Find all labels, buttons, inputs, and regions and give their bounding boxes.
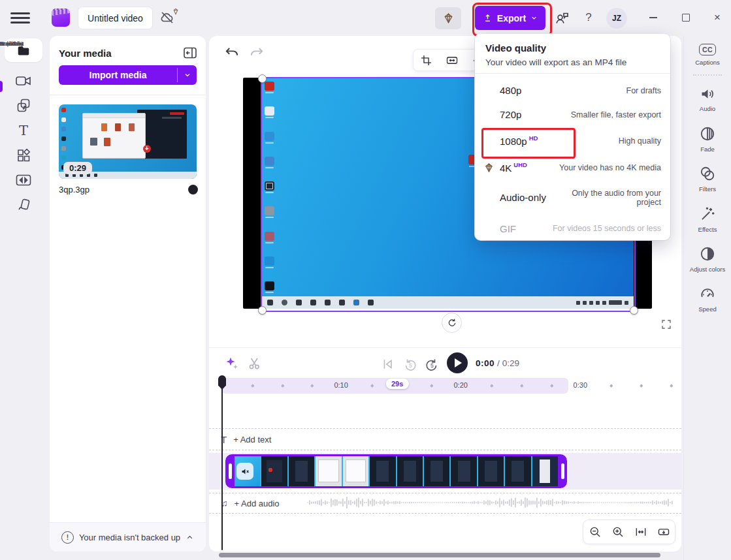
- resize-handle-top-left[interactable]: [258, 74, 267, 83]
- redo-icon[interactable]: [248, 44, 267, 62]
- forward-5-icon[interactable]: 5: [424, 356, 440, 372]
- filmstrip-tile: [424, 456, 449, 486]
- filters-icon: [699, 165, 716, 182]
- sidebar-item-effects[interactable]: Effects: [688, 206, 727, 233]
- trim-handle-right[interactable]: [558, 463, 567, 479]
- ruler-label: 0:20: [453, 381, 467, 389]
- export-option-audio-only[interactable]: Audio-only Only the audio from your proj…: [475, 180, 670, 215]
- filmstrip-tile: [370, 456, 395, 486]
- zoom-in-icon[interactable]: [611, 525, 625, 538]
- upgrade-gem-button[interactable]: [435, 7, 461, 29]
- video-track: [209, 453, 681, 490]
- ruler-tick: [640, 384, 643, 387]
- backup-notice[interactable]: ! Your media isn't backed up: [50, 522, 206, 552]
- backup-off-icon[interactable]: [159, 10, 178, 27]
- sidebar-item-text[interactable]: T Text: [2, 123, 45, 138]
- video-clip[interactable]: [225, 454, 567, 488]
- export-option-gif[interactable]: GIF For videos 15 seconds or less: [475, 215, 670, 241]
- filmstrip-tile: [261, 456, 287, 486]
- import-media-button[interactable]: Import media: [59, 65, 197, 85]
- add-text-track[interactable]: T + Add text: [209, 428, 681, 450]
- chevron-up-icon: [186, 533, 194, 542]
- export-option-720p[interactable]: 720p Smaller file, faster export: [475, 102, 670, 127]
- trim-handle-left[interactable]: [225, 463, 235, 479]
- resize-handle-bottom-right[interactable]: [630, 306, 638, 315]
- collaborate-icon[interactable]: [554, 10, 570, 26]
- window-minimize-button[interactable]: [644, 8, 662, 27]
- fullscreen-icon[interactable]: [660, 319, 672, 330]
- svg-text:5: 5: [409, 362, 412, 369]
- split-scissors-icon[interactable]: [247, 356, 263, 371]
- zoom-fit-icon[interactable]: [634, 525, 647, 538]
- ruler-tick: [609, 384, 613, 387]
- media-clip-thumbnail[interactable]: + 0:29: [59, 104, 197, 179]
- ruler-label: 0:10: [334, 381, 348, 389]
- ruler-duration-pill[interactable]: 29s: [386, 379, 408, 389]
- filmstrip: [235, 456, 558, 486]
- filmstrip-tile: [505, 456, 530, 486]
- menu-icon[interactable]: [10, 12, 30, 23]
- play-button[interactable]: [447, 352, 468, 373]
- text-icon: T: [19, 123, 28, 138]
- export-option-4k[interactable]: 4KUHD Your video has no 4K media: [475, 155, 670, 180]
- suggestions-icon[interactable]: [225, 356, 240, 371]
- resize-handle-bottom-left[interactable]: [258, 306, 267, 315]
- avatar[interactable]: JZ: [606, 8, 627, 29]
- sidebar-item-captions[interactable]: CC Captions: [688, 44, 727, 66]
- sidebar-item-audio[interactable]: Audio: [688, 86, 727, 112]
- filmstrip-tile: [451, 456, 476, 486]
- content-library-icon: [16, 98, 31, 114]
- import-options-chevron[interactable]: [178, 71, 197, 79]
- export-menu-title: Video quality: [485, 42, 660, 54]
- templates-icon: [16, 148, 31, 163]
- time-display: 0:00 / 0:29: [476, 358, 519, 368]
- fade-icon: [699, 125, 716, 142]
- project-title-input[interactable]: Untitled video: [78, 7, 152, 29]
- fit-to-screen-icon[interactable]: [657, 525, 670, 538]
- sidebar-item-adjust-colors[interactable]: Adjust colors: [688, 245, 727, 273]
- collapse-panel-icon[interactable]: [182, 45, 198, 61]
- media-panel-title: Your media: [59, 48, 112, 59]
- sidebar-item-brand-kit[interactable]: Brand kit: [2, 197, 45, 213]
- undo-icon[interactable]: [223, 44, 242, 62]
- rotate-handle[interactable]: [442, 313, 462, 333]
- filmstrip-tile: [289, 456, 314, 486]
- sidebar-item-filters[interactable]: Filters: [688, 165, 727, 193]
- export-option-480p[interactable]: 480p For drafts: [475, 78, 670, 102]
- timeline-zoom-controls: [583, 520, 675, 544]
- fit-icon[interactable]: [445, 54, 459, 67]
- effects-icon: [699, 206, 716, 223]
- window-maximize-button[interactable]: [677, 8, 695, 27]
- left-sidebar: Your media Record & create Content libra…: [0, 36, 47, 560]
- sidebar-item-transitions[interactable]: Transitions: [2, 173, 45, 187]
- timeline-scrollbar[interactable]: [219, 553, 660, 557]
- sidebar-item-content-library[interactable]: Content library: [2, 98, 45, 114]
- playhead[interactable]: [218, 375, 226, 552]
- muted-audio-icon[interactable]: [236, 463, 253, 480]
- right-sidebar: CC Captions Audio Fade Filters Effects A…: [683, 36, 731, 560]
- clipchamp-logo[interactable]: [52, 8, 70, 27]
- rewind-5-icon[interactable]: 5: [402, 356, 418, 372]
- add-audio-track[interactable]: ♫ + Add audio: [209, 493, 681, 514]
- clip-duration-badge: 0:29: [63, 162, 92, 174]
- ruler-tick: [670, 384, 673, 387]
- adjust-colors-icon: [699, 245, 716, 262]
- filmstrip-tile: [397, 456, 423, 486]
- window-close-button[interactable]: ×: [708, 8, 726, 27]
- captions-icon: CC: [699, 44, 716, 55]
- help-button[interactable]: ?: [581, 9, 596, 26]
- skip-to-start-icon[interactable]: [380, 357, 395, 371]
- export-button[interactable]: Export: [475, 6, 545, 30]
- export-option-1080p[interactable]: 1080pHD High quality: [475, 127, 670, 155]
- premium-gem-badge-icon: [172, 8, 180, 15]
- sidebar-item-record-create[interactable]: Record & create: [2, 74, 45, 88]
- active-tab-indicator: [0, 81, 3, 92]
- sidebar-item-templates[interactable]: Templates: [2, 148, 45, 163]
- timeline-ruler[interactable]: 0:100:200:3029s: [209, 377, 681, 394]
- ruler-label: 0:30: [574, 381, 587, 389]
- crop-icon[interactable]: [420, 54, 432, 67]
- zoom-out-icon[interactable]: [589, 525, 602, 538]
- sidebar-item-speed[interactable]: Speed: [688, 285, 727, 313]
- sidebar-item-fade[interactable]: Fade: [688, 125, 727, 153]
- filmstrip-tile: [532, 456, 558, 486]
